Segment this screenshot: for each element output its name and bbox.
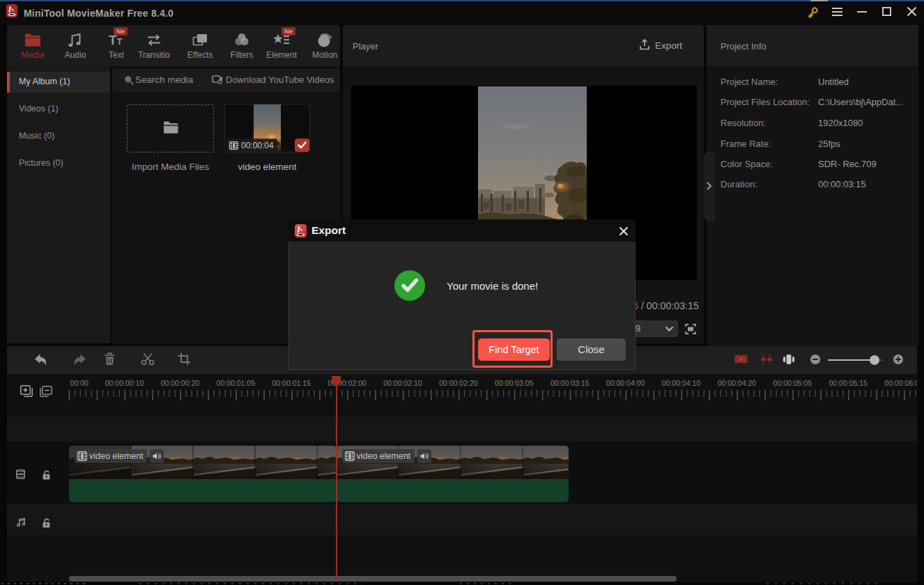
svg-text:T: T: [117, 36, 123, 47]
